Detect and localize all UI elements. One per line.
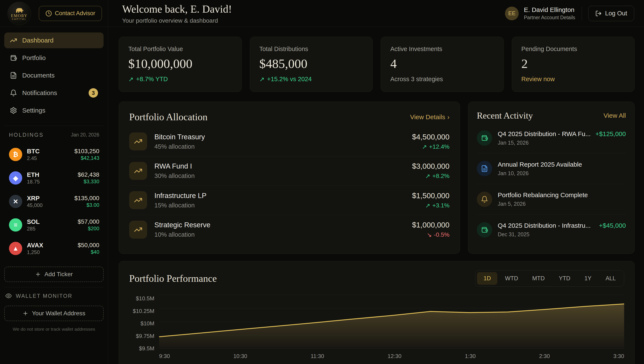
holdings-list: ₿ BTC2.45 $103,250$42,143 ◆ ETH18.75 $62… [0,143,108,260]
trend-up-icon: ↗ [422,143,427,150]
sidebar-item-notifications[interactable]: Notifications 3 [4,85,104,101]
holding-qty: 285 [27,226,40,231]
chart-x-axis: 9:30 10:30 11:30 12:30 1:30 2:30 3:30 [159,353,624,359]
holdings-header: HOLDINGS Jan 20, 2026 [0,132,108,138]
activity-item[interactable]: Q4 2025 Distribution - RWA Fu...+$125,00… [477,123,626,153]
trend-up-icon: ↗ [260,76,264,83]
holding-qty: 45,000 [27,203,42,208]
eye-icon [5,292,12,299]
range-button-all[interactable]: ALL [599,272,622,285]
holding-row-sol[interactable]: ≡ SOL285 $57,000$200 [0,213,108,237]
allocation-rows: Bitcoin Treasury45% allocation $4,500,00… [129,127,450,244]
review-now-link[interactable]: Review now [522,76,625,83]
allocation-value: $3,000,000 [412,162,450,170]
stat-card-distributions: Total Distributions $485,000 ↗+15.2% vs … [250,37,373,92]
holding-symbol: AVAX [27,242,43,248]
stat-change: Across 3 strategies [390,76,494,83]
range-button-mtd[interactable]: MTD [526,272,551,285]
x-tick: 9:30 [159,353,170,359]
range-button-ytd[interactable]: YTD [552,272,577,285]
holding-symbol: BTC [27,148,40,154]
page-title: Welcome back, E. David! [122,3,232,15]
activity-item-title: Portfolio Rebalancing Complete [498,191,623,199]
user-role: Partner Account Details [524,15,575,21]
brand-name: EMORY [11,14,28,18]
sidebar-item-documents[interactable]: Documents [4,68,104,83]
x-tick: 11:30 [311,353,324,359]
allocation-name: Bitcoin Treasury [154,133,205,141]
sidebar-item-settings[interactable]: Settings [4,103,104,118]
holding-row-eth[interactable]: ◆ ETH18.75 $62,438$3,330 [0,166,108,190]
stat-change: ↗+8.7% YTD [128,76,232,83]
trending-up-icon [129,221,147,239]
stat-value: $10,000,000 [128,57,232,70]
topbar: Welcome back, E. David! Your portfolio o… [108,0,644,27]
nav-label: Notifications [22,89,57,97]
welcome-block: Welcome back, E. David! Your portfolio o… [122,3,232,24]
sidebar: EMORY CAPITAL Contact Advisor Dashboard … [0,0,108,364]
page-subtitle: Your portfolio overview & dashboard [122,17,232,24]
view-all-link[interactable]: View All [604,112,626,119]
bell-icon [477,192,492,207]
allocation-row-rwa-fund[interactable]: RWA Fund I30% allocation $3,000,000↗+8.2… [129,156,450,186]
performance-title: Portfolio Performance [129,273,217,284]
wallet-address-button[interactable]: Your Wallet Address [4,306,104,321]
activity-item-title: Annual Report 2025 Available [498,161,623,168]
user-account-chip[interactable]: EE E. David Ellington Partner Account De… [505,6,575,21]
activity-item[interactable]: Q4 2025 Distribution - Infrastru...+$45,… [477,215,626,245]
nav-label: Documents [22,72,55,79]
contact-advisor-button[interactable]: Contact Advisor [39,6,102,21]
wallet-icon [10,54,17,62]
activity-item-title: Q4 2025 Distribution - Infrastru... [498,222,596,229]
range-button-1d[interactable]: 1D [477,272,497,285]
activity-date: Jan 10, 2026 [498,170,626,176]
allocation-value: $1,000,000 [412,221,450,229]
y-tick: $10M [140,321,154,326]
holding-row-avax[interactable]: ▲ AVAX1,250 $50,000$40 [0,237,108,260]
allocation-sub: 10% allocation [154,231,210,238]
activity-title: Recent Activity [477,110,533,121]
activity-date: Dec 31, 2025 [498,231,626,238]
x-tick: 12:30 [388,353,402,359]
bell-icon [10,89,17,97]
activity-list: Q4 2025 Distribution - RWA Fu...+$125,00… [477,123,626,245]
chart-y-axis: $10.5M $10.25M $10M $9.75M $9.5M [129,294,154,349]
stat-value: 2 [522,57,625,70]
sidebar-item-portfolio[interactable]: Portfolio [4,50,104,66]
holding-value: $103,250 [74,148,99,154]
brand-logo: EMORY CAPITAL [8,2,31,25]
brand-subname: CAPITAL [12,18,27,20]
allocation-row-bitcoin-treasury[interactable]: Bitcoin Treasury45% allocation $4,500,00… [129,127,450,156]
recent-activity-card: Recent Activity View All Q4 2025 Distrib… [468,102,634,254]
x-tick: 2:30 [539,353,550,359]
holding-value: $50,000 [78,242,99,248]
wallet-monitor-title: WALLET MONITOR [16,293,72,299]
allocation-row-infrastructure-lp[interactable]: Infrastructure LP15% allocation $1,500,0… [129,186,450,215]
btc-icon: ₿ [9,148,22,161]
nav-label: Settings [22,107,45,114]
activity-item[interactable]: Portfolio Rebalancing CompleteJan 5, 202… [477,184,626,215]
sidebar-item-dashboard[interactable]: Dashboard [4,33,104,48]
allocation-sub: 15% allocation [154,202,206,209]
plus-icon [35,271,41,277]
range-button-wtd[interactable]: WTD [498,272,524,285]
x-tick: 1:30 [465,353,476,359]
activity-header: Recent Activity View All [477,110,626,121]
gear-icon [10,107,17,114]
view-details-link[interactable]: View Details› [410,113,450,121]
logout-button[interactable]: Log Out [588,6,634,21]
trend-down-icon: ↘ [427,231,432,238]
holding-row-xrp[interactable]: ✕ XRP45,000 $135,000$3.00 [0,190,108,213]
activity-amount: +$45,000 [599,222,626,229]
holding-qty: 2.45 [27,156,40,161]
stat-card-pending-documents: Pending Documents 2 Review now [512,37,635,92]
range-button-1y[interactable]: 1Y [578,272,598,285]
time-range-selector: 1D WTD MTD YTD 1Y ALL [475,270,624,287]
sol-icon: ≡ [9,218,22,232]
allocation-row-strategic-reserve[interactable]: Strategic Reserve10% allocation $1,000,0… [129,215,450,244]
stat-value: 4 [390,57,494,70]
add-ticker-button[interactable]: Add Ticker [4,267,104,282]
allocation-name: RWA Fund I [154,162,192,170]
holding-row-btc[interactable]: ₿ BTC2.45 $103,250$42,143 [0,143,108,166]
activity-item[interactable]: Annual Report 2025 AvailableJan 10, 2026 [477,153,626,184]
